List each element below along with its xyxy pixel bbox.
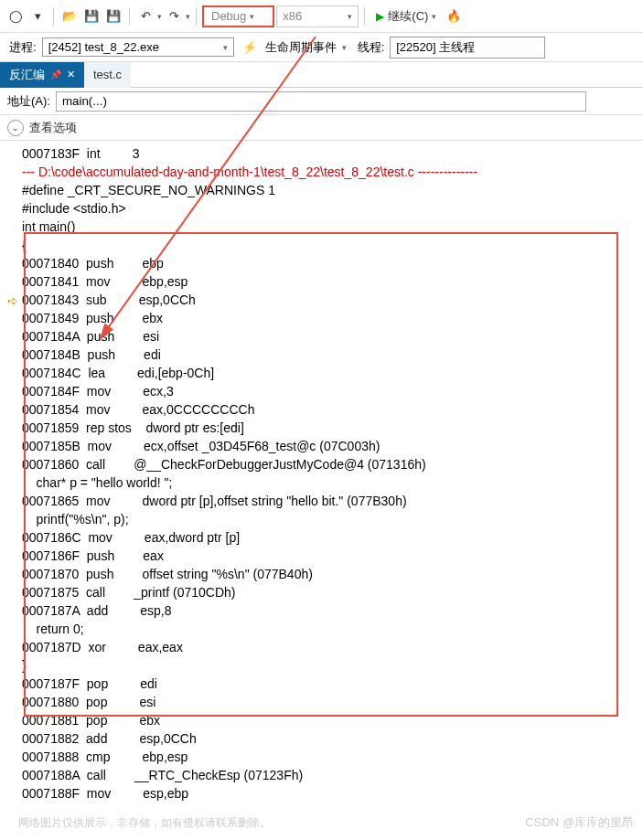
code-line: 0007187D xor eax,eax — [22, 638, 643, 656]
code-line: 0007186F push eax — [22, 547, 643, 565]
lifecycle-icon[interactable]: ⚡ — [240, 37, 260, 58]
process-value: [2452] test_8_22.exe — [48, 40, 159, 54]
code-line: 0007187F pop edi — [22, 675, 643, 693]
play-icon: ▶ — [376, 10, 384, 23]
code-line: 0007188A call __RTC_CheckEsp (07123Fh) — [22, 766, 643, 784]
view-options-label[interactable]: 查看选项 — [29, 120, 77, 136]
chevron-down-icon: ▾ — [348, 12, 352, 21]
address-label: 地址(A): — [7, 93, 50, 110]
save-icon[interactable]: 💾 — [81, 6, 102, 27]
process-toolbar: 进程: [2452] test_8_22.exe ▾ ⚡ 生命周期事件 ▾ 线程… — [0, 33, 643, 62]
watermark-right: CSDN @库库的里昂 — [525, 814, 634, 831]
config-label: Debug — [211, 9, 246, 23]
chevron-down-icon[interactable]: ▾ — [342, 43, 347, 52]
continue-label: 继续(C) — [388, 8, 428, 25]
code-line: 00071841 mov ebp,esp — [22, 272, 643, 291]
address-bar: 地址(A): — [0, 88, 643, 115]
tab-label: 反汇编 — [9, 67, 45, 83]
code-line: 0007188F mov esp,ebp — [22, 784, 643, 803]
code-line: 00071860 call @__CheckForDebuggerJustMyC… — [22, 455, 643, 473]
code-line: 0007184F mov ecx,3 — [22, 382, 643, 400]
code-line: --- D:\code\accumulated-day-and-month-1\… — [22, 163, 643, 181]
continue-button[interactable]: ▶ 继续(C) ▾ — [370, 6, 442, 27]
code-line: 00071881 pop ebx — [22, 711, 643, 729]
code-line: 00071854 mov eax,0CCCCCCCCh — [22, 400, 643, 419]
undo-caret-icon[interactable]: ▾ — [157, 12, 162, 21]
save-all-icon[interactable]: 💾 — [103, 6, 123, 27]
code-line: 0007185B mov ecx,offset _03D45F68_test@c… — [22, 437, 643, 455]
code-line: 00071880 pop esi — [22, 693, 643, 711]
main-toolbar: ◯ ▾ 📂 💾 💾 ↶ ▾ ↷ ▾ Debug ▾ x86 ▾ ▶ 继续(C) … — [0, 0, 643, 33]
code-line: 00071865 mov dword ptr [p],offset string… — [22, 492, 643, 510]
code-line: { — [22, 236, 643, 254]
code-line: #include <stdio.h> — [22, 199, 643, 218]
editor-tabs: 反汇编 📌 ✕ test.c — [0, 62, 643, 88]
code-line: 00071859 rep stos dword ptr es:[edi] — [22, 419, 643, 437]
code-line: 00071870 push offset string "%s\n" (077B… — [22, 565, 643, 583]
undo-icon[interactable]: ↶ — [135, 6, 155, 27]
code-line: 00071849 push ebx — [22, 309, 643, 327]
code-line: char* p = "hello world! "; — [22, 473, 643, 492]
open-icon[interactable]: 📂 — [59, 6, 80, 27]
thread-dropdown[interactable]: [22520] 主线程 — [390, 37, 545, 58]
process-label: 进程: — [9, 39, 37, 56]
code-line: 0007184B push edi — [22, 346, 643, 364]
redo-caret-icon[interactable]: ▾ — [186, 12, 190, 21]
tab-disassembly[interactable]: 反汇编 📌 ✕ — [0, 62, 84, 88]
code-line: 00071840 push ebp — [22, 254, 643, 272]
platform-dropdown[interactable]: x86 ▾ — [276, 5, 359, 27]
code-line: 0007184A push esi — [22, 327, 643, 346]
process-dropdown[interactable]: [2452] test_8_22.exe ▾ — [42, 37, 234, 57]
code-line: 0007186C mov eax,dword ptr [p] — [22, 528, 643, 547]
code-line: 0007187A add esp,8 — [22, 601, 643, 620]
code-line: #define _CRT_SECURE_NO_WARNINGS 1 — [22, 181, 643, 199]
code-line: return 0; — [22, 620, 643, 638]
thread-label: 线程: — [358, 39, 385, 56]
lifecycle-label: 生命周期事件 — [265, 39, 337, 56]
expand-icon[interactable]: ⌄ — [7, 120, 24, 136]
code-line: 0007184C lea edi,[ebp-0Ch] — [22, 364, 643, 382]
tab-source-file[interactable]: test.c — [84, 62, 131, 88]
redo-icon[interactable]: ↷ — [164, 6, 184, 27]
chevron-down-icon: ▾ — [223, 43, 228, 52]
code-line: int main() — [22, 218, 643, 236]
watermark-left: 网络图片仅供展示，非存储，如有侵权请联系删除。 — [18, 815, 271, 831]
code-line: 0007183F int 3 — [22, 144, 643, 163]
back-nav-icon[interactable]: ▾ — [27, 6, 48, 27]
separator — [129, 7, 130, 26]
circle-icon[interactable]: ◯ — [5, 6, 26, 27]
code-line: 00071888 cmp ebp,esp — [22, 748, 643, 766]
pin-icon[interactable]: 📌 — [50, 69, 61, 80]
config-dropdown[interactable]: Debug ▾ — [202, 5, 274, 27]
current-line-arrow-icon: ➪ — [7, 293, 18, 308]
view-options-row: ⌄ 查看选项 — [0, 115, 643, 141]
tab-label: test.c — [93, 68, 122, 81]
code-line: 00071875 call _printf (0710CDh) — [22, 583, 643, 601]
hot-reload-icon[interactable]: 🔥 — [444, 6, 464, 27]
separator — [196, 7, 197, 26]
disassembly-view[interactable]: 0007183F int 3 --- D:\code\accumulated-d… — [0, 141, 643, 806]
code-line: } — [22, 656, 643, 675]
code-line: 00071843 sub esp,0CCh — [22, 291, 643, 309]
chevron-down-icon: ▾ — [250, 12, 254, 21]
code-line: printf("%s\n", p); — [22, 510, 643, 528]
thread-value: [22520] 主线程 — [396, 39, 475, 56]
close-icon[interactable]: ✕ — [67, 69, 75, 80]
platform-label: x86 — [283, 9, 302, 23]
chevron-down-icon: ▾ — [432, 12, 436, 21]
code-line: 00071882 add esp,0CCh — [22, 729, 643, 748]
address-input[interactable] — [56, 91, 586, 112]
separator — [53, 7, 54, 26]
separator — [364, 7, 365, 26]
